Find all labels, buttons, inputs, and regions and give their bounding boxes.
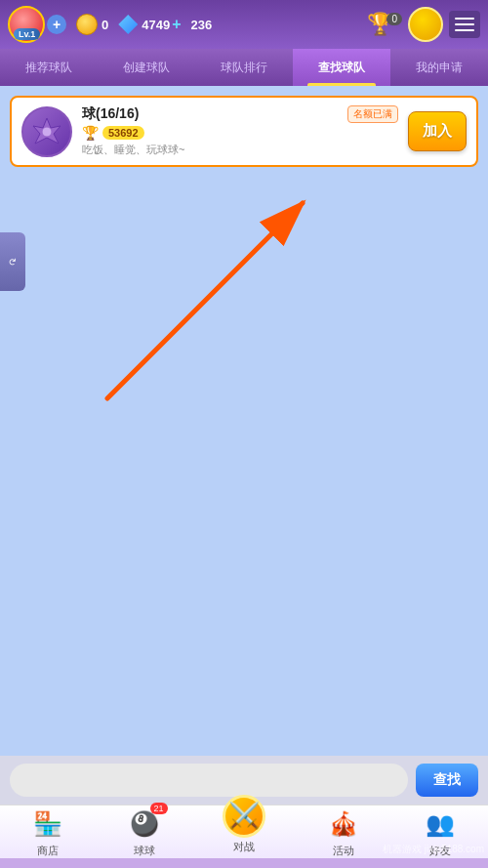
shop-icon: 🏪 (30, 806, 65, 842)
bottom-nav-ball[interactable]: 🎱 21 球球 (127, 806, 162, 858)
shop-label: 商店 (37, 844, 59, 858)
diamond-plus[interactable]: + (172, 16, 181, 33)
score-row: 🏆 53692 (82, 125, 398, 141)
rank-icon (408, 7, 443, 42)
extra-group: 236 (191, 18, 213, 32)
coin-group: 0 (76, 14, 108, 35)
bottom-nav-activity[interactable]: 🎪 活动 (326, 806, 361, 858)
tab-create[interactable]: 创建球队 (98, 49, 195, 86)
svg-line-3 (107, 203, 303, 398)
main-content: ↻ 球(16/16) 名额已满 🏆 53692 吃饭、睡觉、玩球球~ 加入 (0, 86, 488, 756)
tab-myapply[interactable]: 我的申请 (390, 49, 488, 86)
tab-recommend[interactable]: 推荐球队 (0, 49, 98, 86)
team-full-label: 名额已满 (347, 105, 398, 123)
team-info: 球(16/16) 名额已满 🏆 53692 吃饭、睡觉、玩球球~ (82, 105, 398, 157)
add-icon[interactable]: + (47, 15, 66, 34)
battle-icon: ⚔️ (223, 795, 265, 838)
tab-ranking[interactable]: 球队排行 (195, 49, 293, 86)
trophy-badge: 0 (386, 13, 402, 25)
nav-tabs: 推荐球队 创建球队 球队排行 查找球队 我的申请 (0, 49, 488, 86)
level-badge: Lv.1 (14, 28, 40, 40)
bottom-nav-battle[interactable]: ⚔️ 对战 (223, 810, 265, 854)
coin-icon (76, 14, 98, 35)
bottom-nav: 🏪 商店 🎱 21 球球 ⚔️ 对战 🎪 活动 👥 好友 机器游戏 jixie5… (0, 805, 488, 858)
bottom-nav-shop[interactable]: 🏪 商店 (30, 806, 65, 858)
team-description: 吃饭、睡觉、玩球球~ (82, 143, 398, 157)
menu-button[interactable] (449, 11, 480, 38)
battle-label: 对战 (233, 840, 255, 854)
extra-value: 236 (191, 18, 213, 32)
ball-badge: 21 (150, 803, 168, 814)
friends-icon: 👥 (423, 806, 458, 842)
ball-label: 球球 (134, 844, 155, 858)
svg-point-1 (42, 127, 52, 137)
search-button[interactable]: 查找 (416, 764, 478, 797)
team-name-row: 球(16/16) 名额已满 (82, 105, 398, 123)
score-trophy-icon: 🏆 (82, 125, 99, 141)
watermark: 机器游戏 jixie5188.com (383, 843, 484, 856)
coin-value: 0 (102, 18, 108, 32)
activity-label: 活动 (333, 844, 354, 858)
refresh-icon: ↻ (7, 258, 18, 266)
menu-line-2 (455, 23, 474, 25)
team-card: 球(16/16) 名额已满 🏆 53692 吃饭、睡觉、玩球球~ 加入 (10, 96, 478, 167)
team-name: 球(16/16) (82, 105, 139, 123)
ninja-star-icon (31, 116, 62, 147)
ball-icon: 🎱 21 (127, 806, 162, 842)
diamond-icon (118, 15, 138, 34)
trophy-area: 🏆 0 (365, 7, 480, 42)
menu-line-3 (455, 29, 474, 31)
menu-line-1 (455, 18, 474, 20)
team-logo (21, 106, 72, 157)
score-badge: 53692 (102, 126, 144, 140)
side-refresh-button[interactable]: ↻ (0, 232, 25, 291)
arrow-indicator (78, 164, 371, 437)
diamond-group: 4749 + (118, 15, 181, 34)
top-bar: Lv.1 + 0 4749 + 236 🏆 0 (0, 0, 488, 49)
tab-find[interactable]: 查找球队 (293, 49, 390, 86)
activity-icon: 🎪 (326, 806, 361, 842)
join-button[interactable]: 加入 (408, 111, 467, 151)
diamond-value: 4749 (142, 18, 170, 32)
search-input[interactable] (10, 764, 408, 797)
